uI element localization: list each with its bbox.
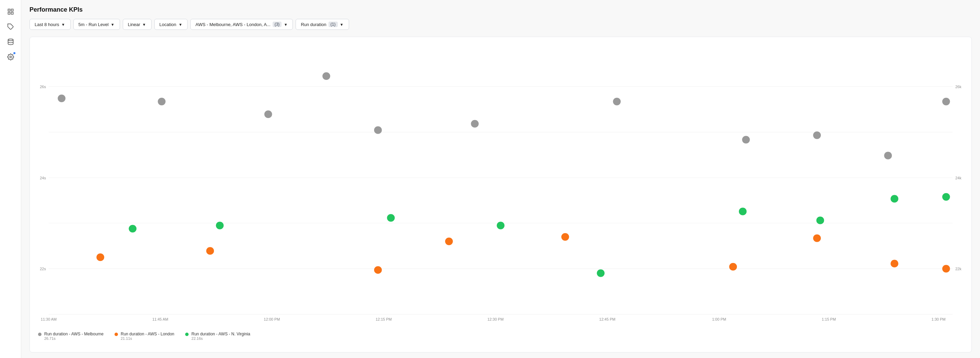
dot-london [891, 260, 898, 267]
svg-rect-3 [11, 12, 13, 14]
chart-svg [49, 41, 953, 315]
legend-text-melbourne: Run duration - AWS - Melbourne 26.71s [44, 332, 103, 340]
scale-label: Linear [128, 22, 140, 27]
svg-rect-1 [11, 9, 13, 11]
y-label-24k: 24k [953, 176, 971, 180]
main-content: Performance KPIs Last 8 hours ▾ 5m - Run… [21, 0, 980, 358]
legend-text-london: Run duration - AWS - London 21.11s [121, 332, 174, 340]
legend-dot-virginia [185, 333, 189, 336]
dot-london [942, 265, 950, 272]
dot-virginia [891, 195, 898, 203]
sidebar [0, 0, 21, 358]
chart-plot [49, 41, 953, 315]
location-label: Location [159, 22, 176, 27]
y-label-26s: 26s [30, 85, 49, 89]
interval-dropdown[interactable]: 5m - Run Level ▾ [73, 19, 120, 30]
legend-dot-melbourne [38, 333, 41, 336]
dot-virginia [816, 217, 824, 224]
database-icon[interactable] [5, 36, 17, 48]
locations-count-badge: (3) [273, 22, 282, 27]
y-label-26k: 26k [953, 85, 971, 89]
y-label-22s: 22s [30, 267, 49, 271]
legend-item-london: Run duration - AWS - London 21.11s [115, 332, 174, 340]
legend-item-virginia: Run duration - AWS - N. Virginia 22.16s [185, 332, 250, 340]
chart-area: 22s 24s 26s 22k 24k 26k [30, 37, 972, 353]
grid-icon[interactable] [5, 5, 17, 18]
dot-virginia [129, 225, 137, 232]
dot-virginia [597, 269, 605, 277]
legend-item-melbourne: Run duration - AWS - Melbourne 26.71s [38, 332, 103, 340]
dot-london [374, 266, 382, 274]
legend-value-london: 21.11s [121, 336, 174, 340]
settings-badge [13, 51, 16, 55]
dot-melbourne [942, 98, 950, 105]
dot-melbourne [813, 131, 821, 139]
locations-value-label: AWS - Melbourne, AWS - London, A... [196, 22, 270, 27]
x-label-1130: 11:30 AM [41, 317, 57, 321]
time-range-dropdown[interactable]: Last 8 hours ▾ [30, 19, 71, 30]
x-label-115: 1:15 PM [822, 317, 836, 321]
chevron-down-icon: ▾ [283, 22, 288, 26]
y-axis-right: 22k 24k 26k [953, 41, 971, 315]
y-label-22k: 22k [953, 267, 971, 271]
dot-melbourne [884, 152, 892, 159]
dot-melbourne [158, 98, 165, 105]
page-title: Performance KPIs [30, 6, 972, 13]
toolbar: Last 8 hours ▾ 5m - Run Level ▾ Linear ▾… [30, 19, 972, 30]
x-label-1245: 12:45 PM [600, 317, 616, 321]
x-label-1215: 12:15 PM [375, 317, 391, 321]
chevron-down-icon: ▾ [142, 22, 146, 26]
dot-london [813, 234, 821, 242]
dot-virginia [739, 208, 747, 215]
chevron-down-icon: ▾ [340, 22, 344, 26]
tag-icon[interactable] [5, 21, 17, 33]
legend-name-london: Run duration - AWS - London [121, 332, 174, 336]
chevron-down-icon: ▾ [111, 22, 115, 26]
dot-virginia [942, 193, 950, 200]
dot-virginia [216, 221, 224, 229]
scale-dropdown[interactable]: Linear ▾ [123, 19, 151, 30]
x-axis: 11:30 AM 11:45 AM 12:00 PM 12:15 PM 12:3… [49, 315, 953, 328]
legend-value-melbourne: 26.71s [44, 336, 103, 340]
svg-point-6 [10, 56, 11, 58]
x-label-1230: 12:30 PM [487, 317, 503, 321]
dot-melbourne [264, 110, 272, 118]
x-label-1200: 12:00 PM [264, 317, 280, 321]
dot-london [445, 238, 453, 245]
interval-label: 5m - Run Level [78, 22, 109, 27]
dot-virginia [497, 221, 505, 229]
y-axis-left: 22s 24s 26s [30, 41, 49, 315]
chart-legend: Run duration - AWS - Melbourne 26.71s Ru… [30, 328, 971, 344]
legend-text-virginia: Run duration - AWS - N. Virginia 22.16s [191, 332, 250, 340]
settings-icon[interactable] [5, 51, 17, 63]
svg-point-5 [8, 39, 13, 41]
chart-inner: 22s 24s 26s 22k 24k 26k [30, 41, 971, 328]
chevron-down-icon: ▾ [178, 22, 183, 26]
location-dropdown[interactable]: Location ▾ [154, 19, 188, 30]
dot-melbourne [322, 72, 330, 80]
dot-london [96, 253, 104, 261]
dot-melbourne [374, 126, 382, 134]
legend-value-virginia: 22.16s [191, 336, 250, 340]
locations-value-dropdown[interactable]: AWS - Melbourne, AWS - London, A... (3) … [190, 19, 293, 30]
legend-name-virginia: Run duration - AWS - N. Virginia [191, 332, 250, 336]
chevron-down-icon: ▾ [61, 22, 65, 26]
dot-melbourne [613, 98, 621, 105]
dot-london [561, 233, 569, 241]
x-label-100: 1:00 PM [712, 317, 726, 321]
dot-melbourne [57, 95, 65, 102]
dot-london [729, 263, 737, 270]
dot-london [206, 247, 214, 255]
dot-virginia [387, 214, 395, 221]
metric-dropdown[interactable]: Run duration (1) ▾ [296, 19, 349, 30]
legend-name-melbourne: Run duration - AWS - Melbourne [44, 332, 103, 336]
x-label-1145: 11:45 AM [152, 317, 168, 321]
dot-melbourne [742, 136, 750, 143]
metric-count-badge: (1) [328, 22, 338, 27]
y-label-24s: 24s [30, 176, 49, 180]
dot-melbourne [471, 120, 479, 127]
svg-rect-2 [8, 12, 10, 14]
time-range-label: Last 8 hours [35, 22, 59, 27]
metric-label: Run duration [301, 22, 326, 27]
x-label-130: 1:30 PM [932, 317, 946, 321]
